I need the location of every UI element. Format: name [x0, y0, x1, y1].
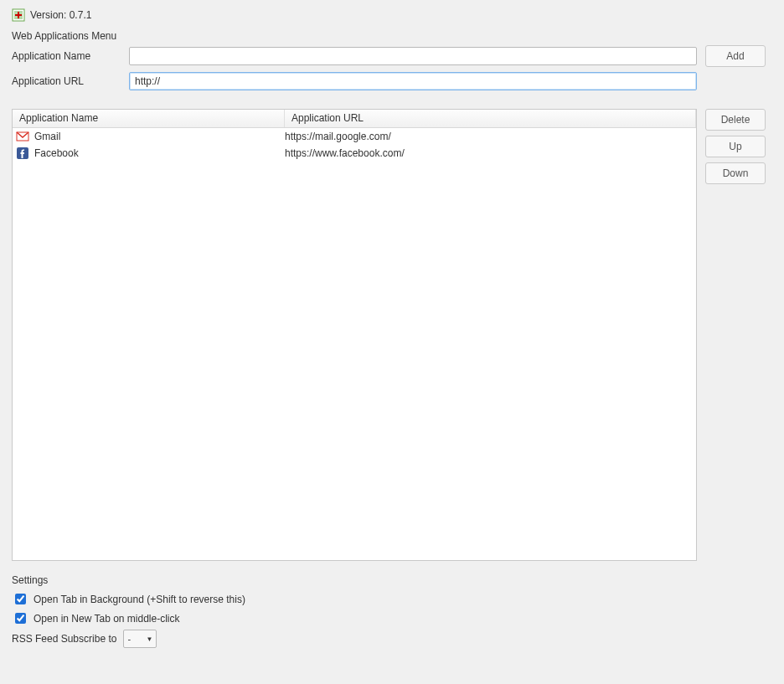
table-row[interactable]: Gmail https://mail.google.com/ — [13, 128, 696, 145]
row-name: Facebook — [34, 147, 79, 159]
application-name-label: Application Name — [12, 50, 121, 62]
open-background-checkbox[interactable] — [15, 594, 26, 604]
application-url-input[interactable] — [129, 72, 697, 90]
open-new-tab-checkbox[interactable] — [15, 613, 26, 624]
facebook-icon — [16, 147, 29, 160]
rss-dropdown[interactable]: - ▼ — [123, 630, 157, 648]
menu-section-title: Web Applications Menu — [12, 30, 772, 42]
rss-dropdown-value: - — [127, 634, 131, 644]
row-url: https://www.facebook.com/ — [285, 147, 696, 159]
column-header-name[interactable]: Application Name — [13, 110, 285, 127]
rss-label: RSS Feed Subscribe to — [12, 633, 116, 645]
open-new-tab-label: Open in New Tab on middle-click — [34, 613, 180, 625]
settings-section-title: Settings — [12, 574, 772, 586]
table-row[interactable]: Facebook https://www.facebook.com/ — [13, 145, 696, 162]
application-url-label: Application URL — [12, 75, 121, 87]
add-button[interactable]: Add — [705, 45, 766, 67]
list-header: Application Name Application URL — [13, 110, 696, 128]
row-name: Gmail — [34, 131, 60, 142]
app-icon — [12, 8, 25, 22]
open-background-label: Open Tab in Background (+Shift to revers… — [34, 594, 245, 605]
chevron-down-icon: ▼ — [146, 635, 152, 643]
up-button[interactable]: Up — [705, 136, 766, 157]
down-button[interactable]: Down — [705, 162, 766, 184]
gmail-icon — [16, 130, 29, 143]
delete-button[interactable]: Delete — [705, 109, 766, 131]
applications-list[interactable]: Application Name Application URL Gmail — [12, 109, 697, 561]
column-header-url[interactable]: Application URL — [285, 110, 696, 127]
row-url: https://mail.google.com/ — [285, 131, 696, 142]
application-name-input[interactable] — [129, 47, 697, 65]
version-label: Version: 0.7.1 — [30, 9, 91, 21]
